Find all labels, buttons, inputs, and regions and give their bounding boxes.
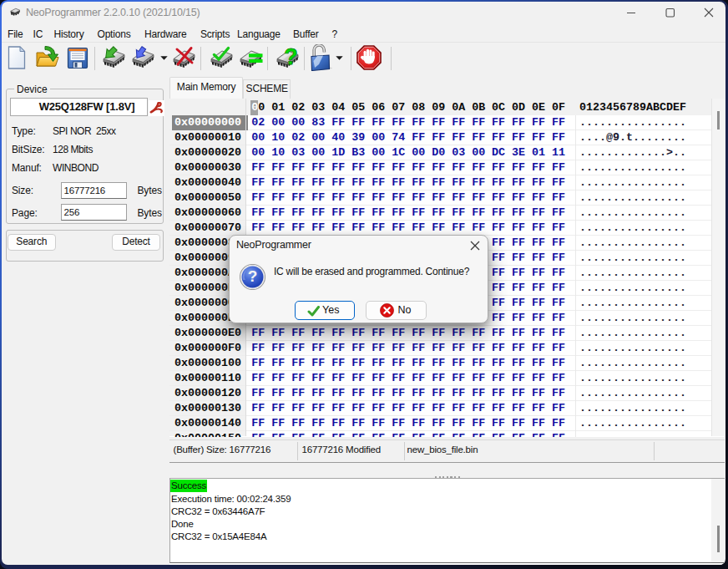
svg-text:?: ? (248, 267, 258, 285)
svg-text:?: ? (284, 45, 298, 69)
